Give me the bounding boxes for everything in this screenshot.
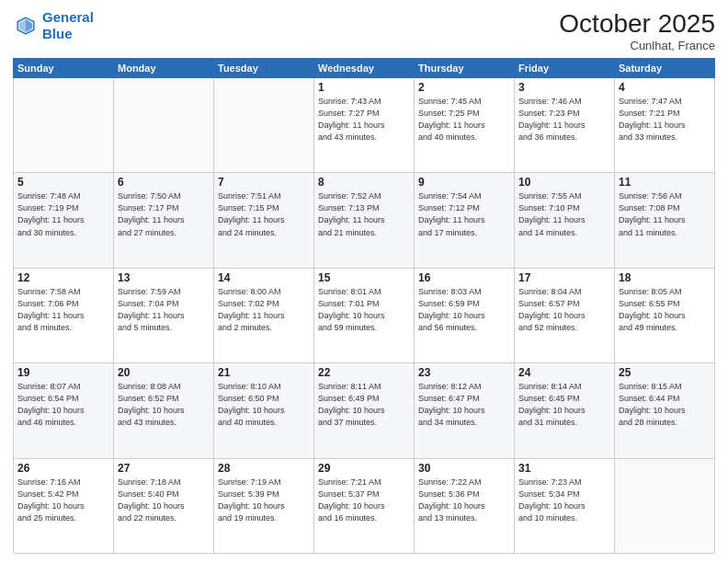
calendar-cell xyxy=(214,78,314,173)
calendar-cell: 5Sunrise: 7:48 AM Sunset: 7:19 PM Daylig… xyxy=(14,173,114,268)
day-number: 25 xyxy=(619,366,711,379)
day-info: Sunrise: 7:54 AM Sunset: 7:12 PM Dayligh… xyxy=(418,190,510,238)
day-number: 24 xyxy=(518,366,610,379)
calendar-table: SundayMondayTuesdayWednesdayThursdayFrid… xyxy=(13,58,715,554)
day-info: Sunrise: 7:45 AM Sunset: 7:25 PM Dayligh… xyxy=(418,96,510,144)
day-number: 7 xyxy=(218,176,310,189)
day-number: 27 xyxy=(118,462,210,475)
weekday-header: Wednesday xyxy=(314,59,415,78)
day-info: Sunrise: 7:48 AM Sunset: 7:19 PM Dayligh… xyxy=(17,190,109,238)
day-info: Sunrise: 7:47 AM Sunset: 7:21 PM Dayligh… xyxy=(619,96,711,144)
weekday-header: Sunday xyxy=(14,59,114,78)
calendar-cell: 16Sunrise: 8:03 AM Sunset: 6:59 PM Dayli… xyxy=(415,268,515,362)
day-number: 13 xyxy=(118,271,210,284)
day-info: Sunrise: 7:58 AM Sunset: 7:06 PM Dayligh… xyxy=(17,286,109,334)
day-info: Sunrise: 7:50 AM Sunset: 7:17 PM Dayligh… xyxy=(118,190,210,238)
calendar-cell: 21Sunrise: 8:10 AM Sunset: 6:50 PM Dayli… xyxy=(214,363,314,458)
calendar-cell: 10Sunrise: 7:55 AM Sunset: 7:10 PM Dayli… xyxy=(515,173,615,268)
calendar-cell: 22Sunrise: 8:11 AM Sunset: 6:49 PM Dayli… xyxy=(314,363,415,458)
calendar-cell: 20Sunrise: 8:08 AM Sunset: 6:52 PM Dayli… xyxy=(114,363,214,458)
calendar-cell: 25Sunrise: 8:15 AM Sunset: 6:44 PM Dayli… xyxy=(615,363,715,458)
calendar-cell: 2Sunrise: 7:45 AM Sunset: 7:25 PM Daylig… xyxy=(415,78,515,173)
calendar-cell: 12Sunrise: 7:58 AM Sunset: 7:06 PM Dayli… xyxy=(14,268,114,362)
location: Cunlhat, France xyxy=(559,39,715,52)
day-info: Sunrise: 8:01 AM Sunset: 7:01 PM Dayligh… xyxy=(318,286,410,334)
day-info: Sunrise: 8:07 AM Sunset: 6:54 PM Dayligh… xyxy=(17,381,109,429)
day-info: Sunrise: 8:04 AM Sunset: 6:57 PM Dayligh… xyxy=(518,286,610,334)
day-info: Sunrise: 7:18 AM Sunset: 5:40 PM Dayligh… xyxy=(118,477,210,524)
calendar-cell: 13Sunrise: 7:59 AM Sunset: 7:04 PM Dayli… xyxy=(114,268,214,362)
calendar-cell: 7Sunrise: 7:51 AM Sunset: 7:15 PM Daylig… xyxy=(214,173,314,268)
calendar-cell: 18Sunrise: 8:05 AM Sunset: 6:55 PM Dayli… xyxy=(615,268,715,362)
day-number: 17 xyxy=(518,271,610,284)
weekday-header: Saturday xyxy=(615,59,715,78)
day-info: Sunrise: 7:22 AM Sunset: 5:36 PM Dayligh… xyxy=(418,477,510,524)
calendar-cell: 31Sunrise: 7:23 AM Sunset: 5:34 PM Dayli… xyxy=(515,458,615,553)
calendar-cell: 30Sunrise: 7:22 AM Sunset: 5:36 PM Dayli… xyxy=(415,458,515,553)
calendar-cell: 6Sunrise: 7:50 AM Sunset: 7:17 PM Daylig… xyxy=(114,173,214,268)
weekday-header: Tuesday xyxy=(214,59,314,78)
logo-blue: Blue xyxy=(42,26,73,41)
day-info: Sunrise: 7:46 AM Sunset: 7:23 PM Dayligh… xyxy=(518,96,610,144)
day-info: Sunrise: 8:05 AM Sunset: 6:55 PM Dayligh… xyxy=(619,286,711,334)
calendar-cell xyxy=(14,78,114,173)
day-number: 20 xyxy=(118,366,210,379)
weekday-header: Monday xyxy=(114,59,214,78)
calendar-cell: 19Sunrise: 8:07 AM Sunset: 6:54 PM Dayli… xyxy=(14,363,114,458)
day-number: 29 xyxy=(318,462,410,475)
calendar-cell: 1Sunrise: 7:43 AM Sunset: 7:27 PM Daylig… xyxy=(314,78,415,173)
day-number: 26 xyxy=(17,462,109,475)
day-number: 11 xyxy=(619,176,711,189)
calendar-cell: 17Sunrise: 8:04 AM Sunset: 6:57 PM Dayli… xyxy=(515,268,615,362)
day-number: 31 xyxy=(518,462,610,475)
day-number: 22 xyxy=(318,366,410,379)
weekday-header: Friday xyxy=(515,59,615,78)
calendar-cell: 24Sunrise: 8:14 AM Sunset: 6:45 PM Dayli… xyxy=(515,363,615,458)
day-info: Sunrise: 8:11 AM Sunset: 6:49 PM Dayligh… xyxy=(318,381,410,429)
calendar-cell: 3Sunrise: 7:46 AM Sunset: 7:23 PM Daylig… xyxy=(515,78,615,173)
title-block: October 2025 Cunlhat, France xyxy=(559,9,715,52)
logo: General Blue xyxy=(13,9,94,42)
calendar-cell xyxy=(615,458,715,553)
header: General Blue October 2025 Cunlhat, Franc… xyxy=(13,9,715,52)
calendar-cell: 8Sunrise: 7:52 AM Sunset: 7:13 PM Daylig… xyxy=(314,173,415,268)
logo-general: General xyxy=(42,9,94,25)
calendar-cell: 29Sunrise: 7:21 AM Sunset: 5:37 PM Dayli… xyxy=(314,458,415,553)
logo-icon xyxy=(13,13,39,39)
calendar-cell: 15Sunrise: 8:01 AM Sunset: 7:01 PM Dayli… xyxy=(314,268,415,362)
day-number: 14 xyxy=(218,271,310,284)
day-number: 2 xyxy=(418,81,510,94)
day-info: Sunrise: 7:16 AM Sunset: 5:42 PM Dayligh… xyxy=(17,477,109,524)
day-number: 12 xyxy=(17,271,109,284)
day-info: Sunrise: 7:43 AM Sunset: 7:27 PM Dayligh… xyxy=(318,96,410,144)
day-number: 16 xyxy=(418,271,510,284)
day-info: Sunrise: 7:59 AM Sunset: 7:04 PM Dayligh… xyxy=(118,286,210,334)
day-info: Sunrise: 7:23 AM Sunset: 5:34 PM Dayligh… xyxy=(518,477,610,524)
day-number: 18 xyxy=(619,271,711,284)
calendar-cell: 23Sunrise: 8:12 AM Sunset: 6:47 PM Dayli… xyxy=(415,363,515,458)
day-info: Sunrise: 8:00 AM Sunset: 7:02 PM Dayligh… xyxy=(218,286,310,334)
day-number: 19 xyxy=(17,366,109,379)
day-info: Sunrise: 7:52 AM Sunset: 7:13 PM Dayligh… xyxy=(318,190,410,238)
day-info: Sunrise: 8:03 AM Sunset: 6:59 PM Dayligh… xyxy=(418,286,510,334)
day-info: Sunrise: 8:14 AM Sunset: 6:45 PM Dayligh… xyxy=(518,381,610,429)
weekday-header: Thursday xyxy=(415,59,515,78)
calendar-cell: 28Sunrise: 7:19 AM Sunset: 5:39 PM Dayli… xyxy=(214,458,314,553)
day-number: 5 xyxy=(17,176,109,189)
day-number: 30 xyxy=(418,462,510,475)
day-info: Sunrise: 8:10 AM Sunset: 6:50 PM Dayligh… xyxy=(218,381,310,429)
day-number: 28 xyxy=(218,462,310,475)
day-number: 4 xyxy=(619,81,711,94)
day-info: Sunrise: 8:12 AM Sunset: 6:47 PM Dayligh… xyxy=(418,381,510,429)
day-number: 15 xyxy=(318,271,410,284)
day-number: 3 xyxy=(518,81,610,94)
day-info: Sunrise: 7:19 AM Sunset: 5:39 PM Dayligh… xyxy=(218,477,310,524)
calendar-cell xyxy=(114,78,214,173)
calendar-cell: 14Sunrise: 8:00 AM Sunset: 7:02 PM Dayli… xyxy=(214,268,314,362)
calendar-cell: 26Sunrise: 7:16 AM Sunset: 5:42 PM Dayli… xyxy=(14,458,114,553)
day-number: 10 xyxy=(518,176,610,189)
day-info: Sunrise: 7:56 AM Sunset: 7:08 PM Dayligh… xyxy=(619,190,711,238)
calendar-cell: 11Sunrise: 7:56 AM Sunset: 7:08 PM Dayli… xyxy=(615,173,715,268)
day-number: 23 xyxy=(418,366,510,379)
day-info: Sunrise: 7:55 AM Sunset: 7:10 PM Dayligh… xyxy=(518,190,610,238)
